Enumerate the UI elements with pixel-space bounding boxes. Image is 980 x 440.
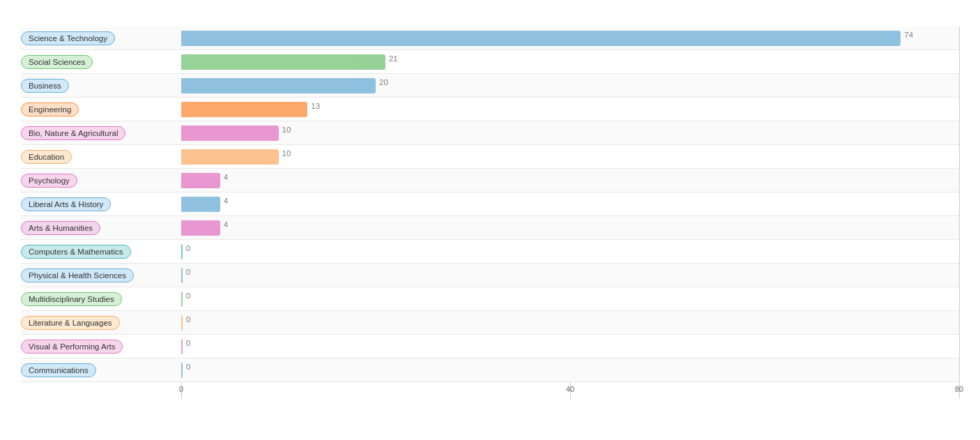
bar-row: Social Sciences21 <box>21 50 959 74</box>
bar-row: Multidisciplinary Studies0 <box>21 287 959 311</box>
bar-track: 0 <box>181 363 959 378</box>
bar-value: 4 <box>224 173 228 181</box>
bar-track: 0 <box>181 339 959 354</box>
bar-label: Engineering <box>21 98 181 121</box>
bar-fill: 0 <box>181 268 183 283</box>
bar-track: 0 <box>181 268 959 283</box>
bar-value: 13 <box>311 102 320 110</box>
bar-fill: 20 <box>181 78 376 93</box>
bar-label: Arts & Humanities <box>21 216 181 239</box>
bar-row: Communications0 <box>21 358 959 382</box>
bar-label: Literature & Languages <box>21 311 181 334</box>
chart-area: Science & Technology74Social Sciences21B… <box>21 26 959 382</box>
bar-row: Visual & Performing Arts0 <box>21 335 959 358</box>
bar-label: Psychology <box>21 169 181 192</box>
bar-row: Literature & Languages0 <box>21 311 959 335</box>
bar-value: 0 <box>186 291 190 300</box>
bar-track: 21 <box>181 54 959 70</box>
bar-value: 4 <box>224 197 228 205</box>
bar-fill: 0 <box>181 339 183 354</box>
bar-fill: 13 <box>181 102 307 117</box>
bar-row: Bio, Nature & Agricultural10 <box>21 121 959 145</box>
bar-row: Business20 <box>21 74 959 98</box>
bar-track: 10 <box>181 126 959 141</box>
bar-row: Liberal Arts & History4 <box>21 192 959 216</box>
bar-label: Liberal Arts & History <box>21 192 181 215</box>
bar-value: 0 <box>186 339 190 347</box>
bar-row: Education10 <box>21 145 959 169</box>
bar-value: 21 <box>389 54 398 63</box>
x-tick: 80 <box>955 385 963 393</box>
bar-track: 74 <box>181 31 959 46</box>
bar-track: 0 <box>181 291 959 307</box>
bar-value: 74 <box>904 31 913 39</box>
bar-fill: 4 <box>181 220 220 236</box>
bar-label: Bio, Nature & Agricultural <box>21 121 181 144</box>
bar-fill: 4 <box>181 197 220 212</box>
bar-label: Visual & Performing Arts <box>21 335 181 358</box>
bar-value: 0 <box>186 363 190 371</box>
bar-fill: 10 <box>181 149 279 165</box>
bar-fill: 74 <box>181 31 901 46</box>
bar-row: Arts & Humanities4 <box>21 216 959 240</box>
bar-row: Physical & Health Sciences0 <box>21 264 959 287</box>
bar-fill: 4 <box>181 173 220 188</box>
bar-label: Science & Technology <box>21 26 181 50</box>
bar-label: Physical & Health Sciences <box>21 264 181 287</box>
bar-fill: 0 <box>181 315 183 331</box>
bar-row: Engineering13 <box>21 98 959 121</box>
bar-label: Multidisciplinary Studies <box>21 287 181 310</box>
bar-value: 0 <box>186 268 190 276</box>
x-axis: 04080 <box>181 385 959 399</box>
bar-track: 13 <box>181 102 959 117</box>
bar-value: 0 <box>186 244 190 252</box>
bar-track: 20 <box>181 78 959 93</box>
bar-fill: 21 <box>181 54 385 70</box>
bar-label: Computers & Mathematics <box>21 240 181 263</box>
bar-row: Science & Technology74 <box>21 26 959 50</box>
bar-value: 0 <box>186 315 190 324</box>
x-tick: 40 <box>566 385 574 393</box>
chart-wrapper: Science & Technology74Social Sciences21B… <box>21 26 959 399</box>
bar-label: Business <box>21 74 181 97</box>
bar-track: 0 <box>181 244 959 259</box>
bar-fill: 10 <box>181 126 279 141</box>
bar-track: 4 <box>181 173 959 188</box>
bar-label: Education <box>21 145 181 168</box>
bar-track: 0 <box>181 315 959 331</box>
bar-label: Communications <box>21 358 181 381</box>
bar-track: 10 <box>181 149 959 165</box>
bar-label: Social Sciences <box>21 50 181 73</box>
bar-fill: 0 <box>181 291 183 307</box>
bar-fill: 0 <box>181 363 183 378</box>
bar-track: 4 <box>181 197 959 212</box>
bar-track: 4 <box>181 220 959 236</box>
bar-value: 4 <box>224 220 228 229</box>
bar-row: Computers & Mathematics0 <box>21 240 959 264</box>
bar-row: Psychology4 <box>21 169 959 192</box>
bar-value: 20 <box>379 78 388 86</box>
x-tick: 0 <box>179 385 183 393</box>
bar-value: 10 <box>282 126 291 134</box>
bar-value: 10 <box>282 149 291 158</box>
bar-fill: 0 <box>181 244 183 259</box>
